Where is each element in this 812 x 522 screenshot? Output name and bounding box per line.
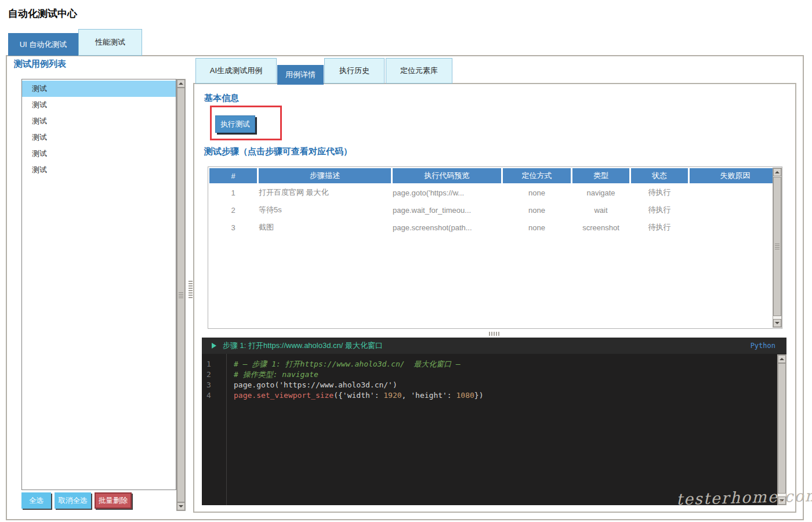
code-editor: 1 # — 步骤 1: 打开https://www.aholo3d.cn/ 最大… bbox=[202, 354, 786, 401]
column-header-description: 步骤描述 bbox=[259, 168, 391, 183]
testcase-list-title: 测试用例列表 bbox=[14, 59, 66, 70]
testcase-list-item[interactable]: 测试 bbox=[22, 162, 176, 178]
scroll-down-icon bbox=[775, 322, 780, 324]
scrollbar-thumb[interactable] bbox=[778, 363, 786, 494]
steps-table-header: # 步骤描述 执行代码预览 定位方式 类型 状态 失败原因 bbox=[208, 168, 782, 183]
code-text: # — 步骤 1: 打开https://www.aholo3d.cn/ 最大化窗… bbox=[226, 359, 461, 369]
cell-type: screenshot bbox=[572, 219, 629, 235]
scroll-up-icon bbox=[179, 82, 183, 85]
cell-description: 打开百度官网 最大化 bbox=[259, 184, 391, 201]
cell-locator: none bbox=[503, 184, 571, 201]
tab-testcase-detail-label: 用例详情 bbox=[285, 70, 316, 80]
horizontal-splitter-grip[interactable] bbox=[489, 332, 499, 336]
scroll-up-icon bbox=[775, 171, 780, 173]
scroll-down-icon bbox=[179, 505, 183, 507]
scroll-down-button[interactable] bbox=[177, 502, 185, 510]
cell-code-preview: page.screenshot(path... bbox=[393, 219, 501, 235]
cell-locator: none bbox=[503, 202, 571, 218]
steps-table: # 步骤描述 执行代码预览 定位方式 类型 状态 失败原因 1 打开百度官网 最… bbox=[208, 166, 782, 329]
cell-code-preview: page.wait_for_timeou... bbox=[393, 202, 501, 218]
table-row[interactable]: 2 等待5s page.wait_for_timeou... none wait… bbox=[208, 202, 782, 218]
testcase-listbox[interactable]: 测试 测试 测试 测试 测试 测试 bbox=[21, 79, 176, 490]
deselect-all-button[interactable]: 取消全选 bbox=[55, 492, 91, 509]
gutter-separator bbox=[226, 354, 227, 505]
scroll-down-button[interactable] bbox=[778, 496, 786, 505]
tab-locator-library[interactable]: 定位元素库 bbox=[386, 58, 452, 84]
scroll-up-icon bbox=[780, 358, 784, 360]
cell-type: navigate bbox=[572, 184, 629, 201]
sidebar-scrollbar[interactable] bbox=[176, 79, 186, 511]
scroll-up-button[interactable] bbox=[177, 79, 185, 88]
basic-info-heading: 基本信息 bbox=[204, 93, 239, 104]
scroll-down-button[interactable] bbox=[773, 319, 781, 327]
code-step-header[interactable]: 步骤 1: 打开https://www.aholo3d.cn/ 最大化窗口 Py… bbox=[202, 338, 786, 354]
tab-ai-generate-testcase[interactable]: AI生成测试用例 bbox=[195, 58, 277, 84]
line-number: 1 bbox=[202, 359, 226, 369]
column-header-type: 类型 bbox=[572, 168, 629, 183]
scroll-down-icon bbox=[780, 499, 784, 502]
code-text: page.goto('https://www.aholo3d.cn/') bbox=[226, 380, 397, 390]
cell-fail-reason bbox=[690, 219, 781, 235]
code-line: 2 # 操作类型: navigate bbox=[202, 369, 786, 380]
table-row[interactable]: 1 打开百度官网 最大化 page.goto('https://w... non… bbox=[208, 184, 782, 201]
code-text: page.set_viewport_size({'width': 1920, '… bbox=[226, 390, 483, 401]
testcase-list-item-selected[interactable]: 测试 bbox=[22, 81, 176, 97]
cell-index: 3 bbox=[209, 219, 257, 235]
line-number: 4 bbox=[202, 390, 226, 401]
table-scrollbar[interactable] bbox=[773, 168, 782, 328]
play-icon bbox=[212, 343, 216, 349]
code-line: 3 page.goto('https://www.aholo3d.cn/') bbox=[202, 380, 786, 390]
select-all-button[interactable]: 全选 bbox=[21, 492, 51, 509]
tab-execution-history-label: 执行历史 bbox=[339, 66, 369, 76]
column-header-fail-reason: 失败原因 bbox=[690, 168, 781, 183]
cell-fail-reason bbox=[690, 184, 781, 201]
tab-execution-history[interactable]: 执行历史 bbox=[324, 58, 385, 84]
cell-index: 1 bbox=[209, 184, 257, 201]
column-header-locator: 定位方式 bbox=[503, 168, 571, 183]
testcase-list-item[interactable]: 测试 bbox=[22, 97, 176, 113]
batch-delete-button[interactable]: 批量删除 bbox=[95, 492, 132, 509]
scrollbar-thumb[interactable] bbox=[773, 177, 781, 316]
cell-status: 待执行 bbox=[631, 202, 688, 218]
scroll-up-button[interactable] bbox=[778, 355, 786, 363]
code-line: 4 page.set_viewport_size({'width': 1920,… bbox=[202, 390, 786, 401]
code-step-title: 步骤 1: 打开https://www.aholo3d.cn/ 最大化窗口 bbox=[223, 340, 383, 351]
column-header-status: 状态 bbox=[631, 168, 688, 183]
code-text: # 操作类型: navigate bbox=[226, 369, 318, 380]
scrollbar-thumb[interactable] bbox=[177, 88, 185, 502]
tab-ui-automation-label: UI 自动化测试 bbox=[20, 39, 67, 50]
testcase-list-item[interactable]: 测试 bbox=[22, 129, 176, 146]
code-line: 1 # — 步骤 1: 打开https://www.aholo3d.cn/ 最大… bbox=[202, 359, 786, 369]
cell-code-preview: page.goto('https://w... bbox=[393, 184, 501, 201]
line-number: 3 bbox=[202, 380, 226, 390]
column-header-index: # bbox=[209, 168, 257, 183]
page-title: 自动化测试中心 bbox=[8, 7, 77, 20]
cell-fail-reason bbox=[690, 202, 781, 218]
cell-index: 2 bbox=[209, 202, 257, 218]
language-label: Python bbox=[751, 342, 775, 350]
tab-performance-test[interactable]: 性能测试 bbox=[78, 29, 142, 56]
run-test-button[interactable]: 执行测试 bbox=[215, 115, 255, 133]
column-header-code-preview: 执行代码预览 bbox=[393, 168, 501, 183]
code-panel: 步骤 1: 打开https://www.aholo3d.cn/ 最大化窗口 Py… bbox=[202, 338, 786, 505]
testcase-list-item[interactable]: 测试 bbox=[22, 113, 176, 129]
cell-type: wait bbox=[572, 202, 629, 218]
scroll-up-button[interactable] bbox=[773, 168, 781, 176]
testcase-list-item[interactable]: 测试 bbox=[22, 146, 176, 162]
tab-ui-automation[interactable]: UI 自动化测试 bbox=[8, 33, 78, 56]
test-steps-heading: 测试步骤（点击步骤可查看对应代码） bbox=[204, 146, 352, 157]
automation-test-center-page: 自动化测试中心 UI 自动化测试 性能测试 测试用例列表 测试 测试 测试 测试… bbox=[0, 0, 812, 522]
line-number: 2 bbox=[202, 369, 226, 380]
cell-status: 待执行 bbox=[631, 219, 688, 235]
tab-performance-test-label: 性能测试 bbox=[95, 37, 125, 48]
vertical-splitter-grip[interactable] bbox=[188, 281, 193, 298]
cell-locator: none bbox=[503, 219, 571, 235]
cell-description: 等待5s bbox=[259, 202, 391, 218]
tab-testcase-detail[interactable]: 用例详情 bbox=[277, 65, 324, 85]
tab-ai-generate-label: AI生成测试用例 bbox=[210, 66, 262, 76]
table-row[interactable]: 3 截图 page.screenshot(path... none screen… bbox=[208, 219, 782, 235]
cell-status: 待执行 bbox=[631, 184, 688, 201]
cell-description: 截图 bbox=[259, 219, 391, 235]
code-scrollbar[interactable] bbox=[777, 354, 786, 505]
tab-locator-library-label: 定位元素库 bbox=[400, 66, 438, 76]
